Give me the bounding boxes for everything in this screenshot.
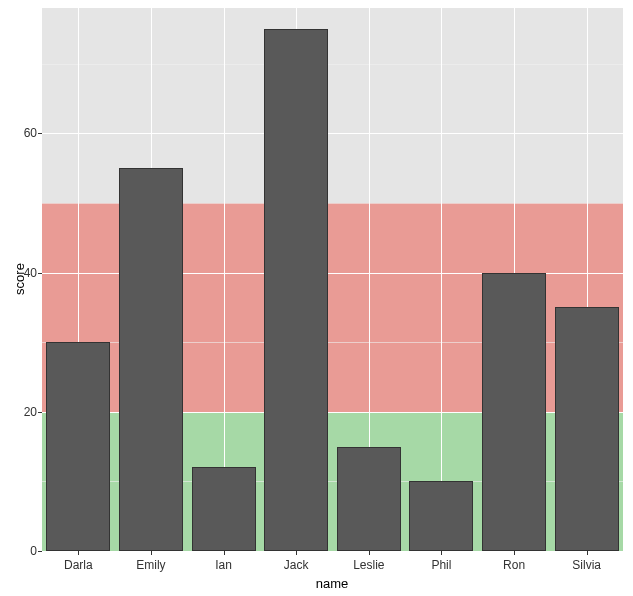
y-tick-label: 0 (7, 544, 37, 558)
grid-line-v (441, 8, 442, 551)
chart-container: score name 0204060DarlaEmilyIanJackLesli… (0, 0, 633, 596)
y-tick-mark (38, 133, 42, 134)
bar (46, 342, 110, 551)
plot-panel (42, 8, 623, 551)
bar (264, 29, 328, 551)
x-tick-mark (224, 551, 225, 555)
bar (192, 467, 256, 551)
y-tick-mark (38, 551, 42, 552)
x-tick-mark (514, 551, 515, 555)
x-tick-label: Phil (431, 558, 451, 572)
x-tick-label: Ian (215, 558, 232, 572)
y-tick-label: 20 (7, 405, 37, 419)
x-tick-mark (296, 551, 297, 555)
bar (337, 447, 401, 551)
y-tick-mark (38, 273, 42, 274)
x-tick-label: Ron (503, 558, 525, 572)
y-tick-mark (38, 412, 42, 413)
x-tick-mark (587, 551, 588, 555)
grid-line-minor (42, 64, 623, 65)
x-tick-label: Leslie (353, 558, 384, 572)
x-axis-label: name (316, 576, 349, 591)
x-tick-mark (369, 551, 370, 555)
x-tick-label: Jack (284, 558, 309, 572)
x-tick-mark (78, 551, 79, 555)
bar (555, 307, 619, 551)
y-tick-label: 60 (7, 126, 37, 140)
bar (482, 273, 546, 551)
x-tick-mark (151, 551, 152, 555)
x-tick-label: Darla (64, 558, 93, 572)
grid-line (42, 551, 623, 552)
bar (409, 481, 473, 551)
x-tick-label: Silvia (572, 558, 601, 572)
grid-line (42, 133, 623, 134)
bar (119, 168, 183, 551)
x-tick-label: Emily (136, 558, 165, 572)
x-tick-mark (441, 551, 442, 555)
y-tick-label: 40 (7, 266, 37, 280)
